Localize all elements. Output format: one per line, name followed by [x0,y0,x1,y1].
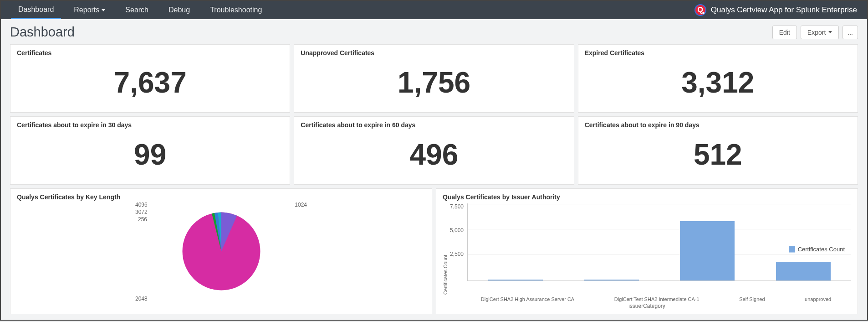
chevron-down-icon [102,9,105,11]
charts-row: Qualys Certificates by Key Length 4096 3… [1,188,867,320]
nav-right: Q Qualys Certview App for Splunk Enterpr… [694,4,857,16]
nav-reports[interactable]: Reports [66,1,112,19]
stat-value: 496 [301,131,567,178]
legend-swatch-icon [789,246,795,252]
stat-value: 3,312 [585,59,851,106]
pie-chart[interactable]: 4096 3072 256 1024 2048 [17,203,425,299]
pie-label-4096: 4096 [135,202,148,208]
x-label: DigiCert Test SHA2 Intermediate CA-1 [614,296,700,302]
x-labels: DigiCert SHA2 High Assurance Server CA D… [461,296,851,302]
stat-expire-30: Certificates about to expire in 30 days … [10,116,290,185]
y-axis: 7,500 5,000 2,500 [450,203,467,281]
chevron-down-icon [828,31,832,33]
nav-left: Dashboard Reports Search Debug Troublesh… [11,1,275,19]
bar-digicert-test[interactable] [584,280,639,280]
nav-search[interactable]: Search [118,1,156,19]
bar-unapproved[interactable] [776,262,831,280]
pie-label-256: 256 [138,216,147,223]
nav-dashboard[interactable]: Dashboard [11,1,61,19]
chart-title: Qualys Certificates by Key Length [17,193,425,201]
x-axis-label: issuerCategory [443,303,851,309]
stat-value: 512 [585,131,851,178]
header-buttons: Edit Export ... [772,26,858,39]
pie-label-2048: 2048 [135,296,148,302]
navbar: Dashboard Reports Search Debug Troublesh… [1,1,867,19]
y-tick [462,275,464,281]
bar-chart[interactable]: Certificates Count 7,500 5,000 2,500 [443,203,851,295]
stat-certificates: Certificates 7,637 [10,44,290,113]
pie-svg [178,208,265,295]
x-label: Self Signed [739,296,765,302]
bar-digicert-ha[interactable] [488,280,543,280]
y-tick: 2,500 [450,251,464,257]
stat-title: Expired Certificates [585,49,851,57]
stat-expired: Expired Certificates 3,312 [578,44,858,113]
bar-self-signed[interactable] [680,221,735,280]
stats-row-1: Certificates 7,637 Unapproved Certificat… [1,44,867,116]
stat-unapproved: Unapproved Certificates 1,756 [294,44,574,113]
bars [468,203,851,280]
stat-expire-60: Certificates about to expire in 60 days … [294,116,574,185]
qualys-logo-icon: Q [694,4,706,16]
y-tick: 5,000 [450,227,464,234]
x-label: unapproved [805,296,831,302]
stat-title: Certificates about to expire in 60 days [301,121,567,129]
pie-chart-panel: Qualys Certificates by Key Length 4096 3… [10,188,432,314]
page-header: Dashboard Edit Export ... [1,19,867,44]
y-tick: 7,500 [450,203,464,210]
stats-row-2: Certificates about to expire in 30 days … [1,116,867,188]
pie-label-3072: 3072 [135,209,148,215]
bar-chart-panel: Qualys Certificates by Issuer Authority … [436,188,858,314]
legend-label: Certificates Count [798,246,845,253]
nav-debug[interactable]: Debug [161,1,197,19]
chart-title: Qualys Certificates by Issuer Authority [443,193,851,201]
export-button[interactable]: Export [801,26,839,39]
stat-title: Certificates about to expire in 90 days [585,121,851,129]
y-axis-label: Certificates Count [443,203,448,295]
export-label: Export [807,29,826,36]
stat-value: 1,756 [301,59,567,106]
nav-troubleshooting[interactable]: Troubleshooting [203,1,269,19]
stat-title: Certificates [17,49,283,57]
stat-title: Unapproved Certificates [301,49,567,57]
edit-button[interactable]: Edit [772,26,797,39]
stat-title: Certificates about to expire in 30 days [17,121,283,129]
page-title: Dashboard [10,25,75,40]
more-button[interactable]: ... [842,26,858,39]
app-title: Qualys Certview App for Splunk Enterpris… [711,5,857,15]
stat-value: 99 [17,131,283,178]
nav-reports-label: Reports [74,6,99,14]
x-label: DigiCert SHA2 High Assurance Server CA [481,296,574,302]
pie-label-1024: 1024 [295,202,307,208]
bar-plot [467,203,851,281]
stat-value: 7,637 [17,59,283,106]
stat-expire-90: Certificates about to expire in 90 days … [578,116,858,185]
bar-legend: Certificates Count [789,246,845,253]
